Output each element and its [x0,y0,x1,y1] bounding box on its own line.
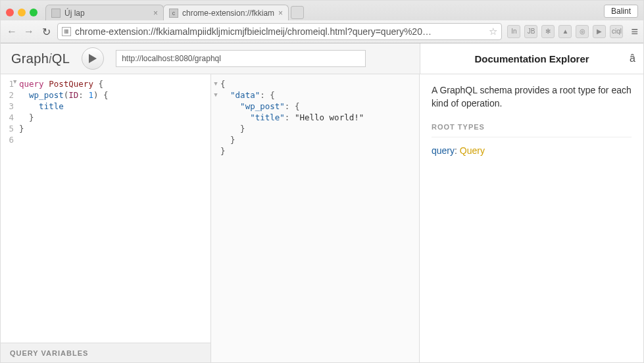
extension-icon[interactable]: ciql [610,25,623,38]
root-field-type[interactable]: Query [460,145,485,156]
doc-explorer-close-icon[interactable]: â [630,53,635,64]
line-gutter: 1 2 3 4 5 6 [1,78,19,343]
query-editor[interactable]: 1 2 3 4 5 6 ▼ query PostQuery { wp_post(… [1,74,211,343]
fold-marker-icon[interactable]: ▼ [13,78,16,85]
graphiql-toolbar: GraphiQL [1,43,420,74]
browser-menu-icon[interactable]: ≡ [631,25,638,39]
browser-chrome: Új lap × c chrome-extension://fkkiam × B… [1,1,643,43]
result-json[interactable]: { "data": { "wp_post": { "title": "Hello… [220,78,364,362]
nav-bar: ← → ↻ ▦ chrome-extension://fkkiamalmpiid… [1,20,643,43]
tab-close-icon[interactable]: × [278,9,283,18]
play-icon [89,54,97,63]
page-icon: ▦ [62,27,71,36]
extension-icon[interactable]: ▶ [593,25,606,38]
tab-favicon: c [169,9,178,18]
tab-favicon [51,9,61,18]
graphiql-panes: 1 2 3 4 5 6 ▼ query PostQuery { wp_post(… [1,74,643,362]
extension-icon[interactable]: JB [524,25,537,38]
minimize-window-button[interactable] [18,9,26,16]
forward-button[interactable]: → [23,26,35,37]
query-editor-pane: 1 2 3 4 5 6 ▼ query PostQuery { wp_post(… [1,74,211,362]
root-type-entry[interactable]: query: Query [432,144,632,157]
graphiql-logo: GraphiQL [11,51,70,66]
doc-explorer-title: Documentation Explorer [474,53,589,64]
tab-title: Új lap [64,9,85,18]
doc-explorer-pane: A GraphQL schema provides a root type fo… [420,74,643,362]
new-tab-button[interactable] [291,6,304,19]
tab-close-icon[interactable]: × [153,9,158,18]
browser-tab[interactable]: Új lap × [45,5,164,20]
url-text: chrome-extension://fkkiamalmpiidkljmicmj… [75,26,485,37]
code-lines: ▼ query PostQuery { wp_post(ID: 1) { tit… [19,78,211,343]
root-field-name: query [432,145,455,156]
tab-title: chrome-extension://fkkiam [182,9,274,18]
extension-icons: In JB ✻ ▲ ◎ ▶ ciql [507,25,623,38]
result-pane: ▼ ▼ { "data": { "wp_post": { "title": "H… [211,74,420,362]
address-bar[interactable]: ▦ chrome-extension://fkkiamalmpiidkljmic… [57,23,502,40]
graphiql-app: GraphiQL Documentation Explorer â 1 2 3 … [1,43,643,362]
fold-marker-icon[interactable]: ▼ [211,89,220,101]
extension-icon[interactable]: In [507,25,520,38]
graphiql-top-bar: GraphiQL Documentation Explorer â [1,43,643,74]
logo-text: QL [52,51,70,66]
fullscreen-window-button[interactable] [30,9,37,16]
back-button[interactable]: ← [6,26,18,37]
execute-button[interactable] [82,47,104,70]
extension-icon[interactable]: ▲ [558,25,572,38]
result-fold-gutter: ▼ ▼ [211,78,220,362]
doc-intro-text: A GraphQL schema provides a root type fo… [432,84,632,110]
tab-strip: Új lap × c chrome-extension://fkkiam × B… [1,1,643,20]
profile-button[interactable]: Balint [604,5,638,18]
fold-marker-icon[interactable]: ▼ [211,78,220,89]
extension-icon[interactable]: ✻ [541,25,555,38]
browser-tab[interactable]: c chrome-extension://fkkiam × [163,5,289,20]
doc-explorer-body: A GraphQL schema provides a root type fo… [420,74,643,166]
root-types-label: ROOT TYPES [432,122,632,137]
bookmark-star-icon[interactable]: ☆ [489,26,497,37]
endpoint-input[interactable] [116,50,366,67]
window-controls [6,9,37,16]
query-variables-bar[interactable]: QUERY VARIABLES [1,343,211,362]
close-window-button[interactable] [6,9,14,16]
doc-explorer-header: Documentation Explorer â [420,43,643,74]
logo-text: Graph [11,51,49,66]
reload-button[interactable]: ↻ [40,26,52,38]
extension-icon[interactable]: ◎ [576,25,589,38]
